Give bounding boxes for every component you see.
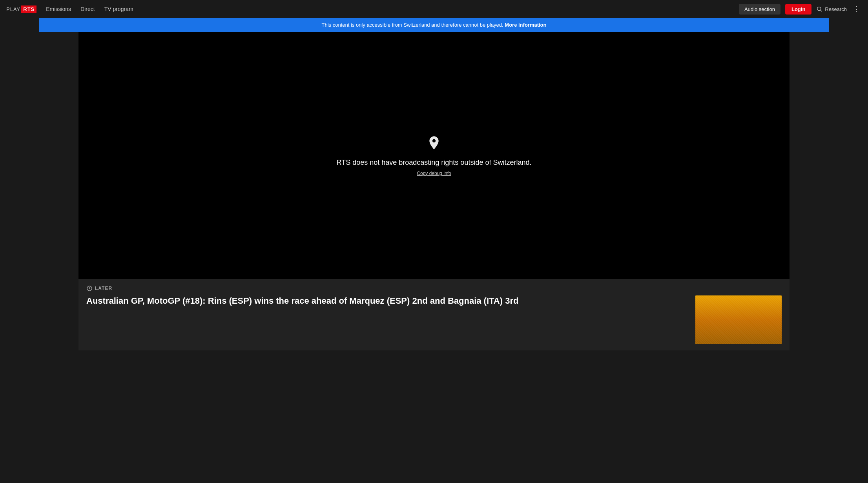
search-label: Research (825, 6, 847, 12)
clock-icon (86, 285, 93, 292)
search-icon (816, 6, 822, 12)
search-area[interactable]: Research (816, 6, 847, 12)
nav-tv-program[interactable]: TV program (104, 6, 133, 12)
copy-debug-info-link[interactable]: Copy debug info (417, 171, 451, 176)
geo-error-message: RTS does not have broadcasting rights ou… (337, 159, 532, 167)
sidebar-right (829, 18, 868, 483)
more-options-icon[interactable]: ⋮ (852, 3, 862, 15)
sidebar-left (0, 18, 39, 483)
geo-restriction-icon (426, 135, 442, 152)
logo-play-text: PLAY (6, 6, 20, 12)
thumbnail-image (695, 295, 782, 344)
geo-restriction-banner: This content is only accessible from Swi… (39, 18, 829, 32)
nav-direct[interactable]: Direct (80, 6, 95, 12)
content-text: Australian GP, MotoGP (#18): Rins (ESP) … (86, 295, 687, 307)
video-player: RTS does not have broadcasting rights ou… (78, 32, 790, 279)
login-button[interactable]: Login (785, 4, 811, 15)
svg-point-0 (817, 7, 821, 11)
content-row: Australian GP, MotoGP (#18): Rins (ESP) … (86, 295, 782, 344)
svg-line-1 (821, 10, 822, 11)
banner-message: This content is only accessible from Swi… (322, 22, 503, 28)
banner-more-info-link[interactable]: More information (505, 22, 546, 28)
content-thumbnail[interactable] (695, 295, 782, 344)
main-header: PLAY RTS Emissions Direct TV program Aud… (0, 0, 868, 18)
content-area: LATER Australian GP, MotoGP (#18): Rins … (78, 279, 790, 350)
main-wrapper: This content is only accessible from Swi… (39, 18, 829, 350)
header-left: PLAY RTS Emissions Direct TV program (6, 5, 133, 13)
logo-rts-text: RTS (21, 5, 36, 13)
audio-section-button[interactable]: Audio section (739, 4, 780, 15)
nav-emissions[interactable]: Emissions (46, 6, 71, 12)
header-right: Audio section Login Research ⋮ (739, 3, 862, 15)
logo[interactable]: PLAY RTS (6, 5, 36, 13)
content-title: Australian GP, MotoGP (#18): Rins (ESP) … (86, 295, 687, 307)
later-badge: LATER (86, 285, 782, 292)
later-label: LATER (95, 286, 112, 291)
map-pin-icon (426, 135, 442, 151)
